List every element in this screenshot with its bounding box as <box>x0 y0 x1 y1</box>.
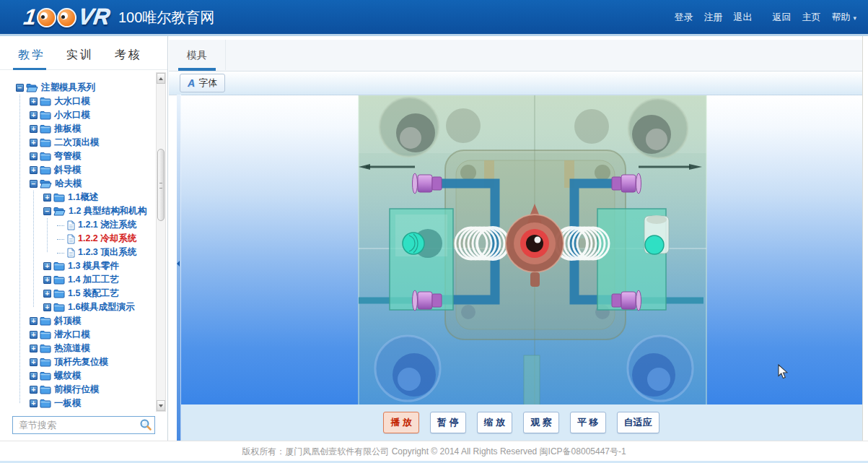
expand-icon[interactable]: + <box>30 317 38 325</box>
tree-item-label[interactable]: 顶杆先复位模 <box>54 356 108 368</box>
tree-item[interactable]: +顶杆先复位模 <box>0 355 157 369</box>
panel-collapse-handle[interactable] <box>177 95 181 441</box>
expand-icon[interactable]: + <box>30 372 38 380</box>
nav-link-3[interactable]: 退出 <box>733 12 752 22</box>
mold-model[interactable] <box>177 95 862 404</box>
nav-link-1[interactable]: 登录 <box>674 12 693 22</box>
caret-down-icon: ▾ <box>853 14 856 22</box>
expand-icon[interactable]: + <box>43 262 51 270</box>
tree-item[interactable]: +弯管模 <box>0 150 157 163</box>
font-a-icon: A <box>188 77 195 89</box>
nav-link-4[interactable]: 返回 <box>772 12 791 22</box>
tree-item-label[interactable]: 1.4 加工工艺 <box>68 274 119 286</box>
control-observe-button[interactable]: 观 察 <box>523 412 559 433</box>
tree-item[interactable]: +1.1概述 <box>0 191 157 204</box>
control-pause-button[interactable]: 暂 停 <box>430 412 466 433</box>
sidebar-tab-2[interactable]: 实训 <box>66 41 94 69</box>
expand-icon[interactable]: + <box>30 98 38 105</box>
nav-link-2[interactable]: 注册 <box>703 12 722 22</box>
tree-item[interactable]: −注塑模具系列 <box>0 81 157 95</box>
tree-item[interactable]: +1.3 模具零件 <box>0 259 157 273</box>
tree-item-label[interactable]: 大水口模 <box>54 95 90 108</box>
scroll-up-icon[interactable] <box>157 73 165 84</box>
tree-item[interactable]: 1.2.1 浇注系统 <box>0 218 157 232</box>
expand-icon[interactable]: + <box>30 345 38 352</box>
tree-item[interactable]: +二次顶出模 <box>0 136 157 150</box>
expand-icon[interactable]: + <box>43 276 51 284</box>
logo-eye-icon <box>37 8 56 27</box>
tree-item[interactable]: 1.2.3 顶出系统 <box>0 246 157 259</box>
tree-item-label[interactable]: 一板模 <box>54 397 82 410</box>
expand-icon[interactable]: + <box>30 111 38 119</box>
tree-item[interactable]: −1.2 典型结构和机构 <box>0 204 157 218</box>
tree-item-label[interactable]: 1.2 典型结构和机构 <box>69 205 146 217</box>
tree-item[interactable]: +1.6模具成型演示 <box>0 300 157 314</box>
search-input[interactable] <box>12 416 155 434</box>
tree-item[interactable]: +推板模 <box>0 122 157 136</box>
tab-mold[interactable]: 模具 <box>169 40 226 70</box>
control-zoom-button[interactable]: 缩 放 <box>477 412 513 433</box>
tree-item-label[interactable]: 1.1概述 <box>68 191 98 204</box>
expand-icon[interactable]: + <box>30 125 38 133</box>
collapse-icon[interactable]: − <box>43 207 51 215</box>
control-play-button[interactable]: 播 放 <box>383 412 419 433</box>
tree-item[interactable]: +1.4 加工工艺 <box>0 273 157 287</box>
font-button[interactable]: A 字体 <box>180 74 225 92</box>
collapse-icon[interactable]: − <box>16 84 24 92</box>
control-fit-button[interactable]: 自适应 <box>617 412 659 433</box>
tree-item-label[interactable]: 注塑模具系列 <box>41 82 95 94</box>
tree-item-label[interactable]: 1.6模具成型演示 <box>68 301 134 313</box>
tree-item-label[interactable]: 螺纹模 <box>54 370 82 382</box>
tree-item-label[interactable]: 弯管模 <box>54 150 82 163</box>
tree-item-label[interactable]: 二次顶出模 <box>54 137 100 149</box>
tree-item-label[interactable]: 哈夫模 <box>55 178 82 190</box>
sidebar-tab-3[interactable]: 考核 <box>115 41 142 69</box>
expand-icon[interactable]: + <box>30 358 38 366</box>
tree-item[interactable]: +前模行位模 <box>0 383 157 397</box>
tree-item[interactable]: +1.5 装配工艺 <box>0 287 157 300</box>
3d-viewer-canvas[interactable] <box>177 95 862 404</box>
tree-item-label[interactable]: 1.2.3 顶出系统 <box>78 246 136 259</box>
tree-item[interactable]: −哈夫模 <box>0 177 157 191</box>
control-pan-button[interactable]: 平 移 <box>570 412 606 433</box>
tree-item[interactable]: +小水口模 <box>0 108 157 122</box>
nav-link-5[interactable]: 主页 <box>802 12 820 22</box>
tree-item[interactable]: +斜导模 <box>0 163 157 177</box>
tree-item-label[interactable]: 1.2.2 冷却系统 <box>78 233 136 245</box>
collapse-icon[interactable]: − <box>30 180 38 188</box>
nav-link-6[interactable]: 帮助 <box>831 12 850 22</box>
expand-icon[interactable]: + <box>30 152 38 160</box>
tree-item-label[interactable]: 斜顶模 <box>54 315 82 327</box>
tree-scrollbar[interactable] <box>156 72 166 412</box>
tree-connector <box>47 218 48 252</box>
tree-item[interactable]: 1.2.2 冷却系统 <box>0 232 157 246</box>
tree-item[interactable]: +潜水口模 <box>0 328 157 342</box>
tree-item-label[interactable]: 热流道模 <box>54 342 90 355</box>
scroll-down-icon[interactable] <box>157 400 165 411</box>
tree-item[interactable]: +螺纹模 <box>0 369 157 383</box>
sidebar-tab-1[interactable]: 教学 <box>18 41 45 69</box>
tree-item-label[interactable]: 推板模 <box>54 123 82 135</box>
tree-item-label[interactable]: 前模行位模 <box>54 384 100 396</box>
tree-item-label[interactable]: 小水口模 <box>54 109 90 121</box>
tree-item-label[interactable]: 1.5 装配工艺 <box>68 287 119 300</box>
site-logo[interactable]: 1 VR <box>24 4 110 31</box>
expand-icon[interactable]: + <box>30 139 38 147</box>
tree-item-label[interactable]: 1.2.1 浇注系统 <box>78 219 136 231</box>
expand-icon[interactable]: + <box>43 303 51 311</box>
expand-icon[interactable]: + <box>30 166 38 174</box>
expand-icon[interactable]: + <box>30 331 38 339</box>
tree-item-label[interactable]: 潜水口模 <box>54 329 90 341</box>
tree-item[interactable]: +斜顶模 <box>0 314 157 328</box>
search-icon[interactable] <box>139 418 152 434</box>
expand-icon[interactable]: + <box>30 386 38 394</box>
tree-item-label[interactable]: 斜导模 <box>54 164 82 176</box>
expand-icon[interactable]: + <box>43 194 51 202</box>
tree-item[interactable]: +大水口模 <box>0 95 157 108</box>
scrollbar-thumb[interactable] <box>157 149 165 221</box>
expand-icon[interactable]: + <box>43 290 51 298</box>
tree-item[interactable]: +一板模 <box>0 397 157 410</box>
tree-item[interactable]: +热流道模 <box>0 342 157 355</box>
expand-icon[interactable]: + <box>30 399 38 407</box>
tree-item-label[interactable]: 1.3 模具零件 <box>68 260 119 272</box>
